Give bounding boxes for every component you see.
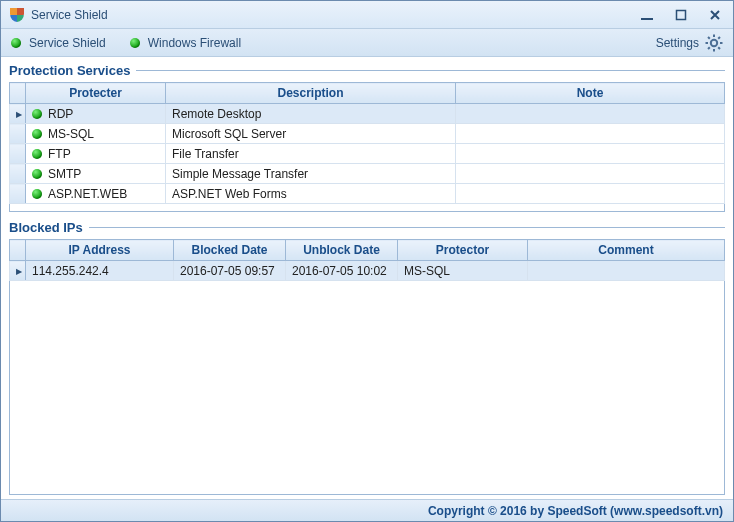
row-handle-header: [10, 240, 26, 261]
status-bar: Copyright © 2016 by SpeedSoft (www.speed…: [1, 499, 733, 521]
col-unblock-date[interactable]: Unblock Date: [286, 240, 398, 261]
cell-description[interactable]: Remote Desktop: [166, 104, 456, 124]
cell-protecter[interactable]: MS-SQL: [26, 124, 166, 144]
cell-unblock-date[interactable]: 2016-07-05 10:02: [286, 261, 398, 281]
col-protecter[interactable]: Protecter: [26, 83, 166, 104]
protection-services-group: Protection Services Protecter Descriptio…: [9, 63, 725, 212]
svg-rect-0: [641, 18, 653, 20]
svg-point-2: [711, 39, 717, 45]
copyright-text: Copyright © 2016 by SpeedSoft (www.speed…: [428, 504, 723, 518]
divider: [136, 70, 725, 71]
row-handle[interactable]: [10, 164, 26, 184]
row-handle[interactable]: [10, 124, 26, 144]
protection-grid[interactable]: Protecter Description Note RDPRemote Des…: [9, 82, 725, 204]
row-handle[interactable]: [10, 261, 26, 281]
status-dot-icon: [130, 38, 140, 48]
settings-link[interactable]: Settings: [656, 36, 699, 50]
cell-note[interactable]: [456, 104, 725, 124]
group-title: Blocked IPs: [9, 220, 83, 235]
row-handle-header: [10, 83, 26, 104]
col-comment[interactable]: Comment: [528, 240, 725, 261]
protecter-name: RDP: [48, 107, 73, 121]
maximize-button[interactable]: [671, 7, 691, 23]
table-row[interactable]: FTPFile Transfer: [10, 144, 725, 164]
status-dot-icon: [32, 129, 42, 139]
window-title: Service Shield: [31, 8, 637, 22]
cell-note[interactable]: [456, 124, 725, 144]
status-dot-icon: [32, 189, 42, 199]
cell-comment[interactable]: [528, 261, 725, 281]
grid-body-space: [9, 281, 725, 495]
row-handle[interactable]: [10, 144, 26, 164]
col-note[interactable]: Note: [456, 83, 725, 104]
row-handle[interactable]: [10, 184, 26, 204]
cell-protecter[interactable]: ASP.NET.WEB: [26, 184, 166, 204]
status-dot-icon: [11, 38, 21, 48]
window-controls: [637, 7, 725, 23]
cell-protecter[interactable]: SMTP: [26, 164, 166, 184]
gear-icon[interactable]: [705, 34, 723, 52]
status-dot-icon: [32, 149, 42, 159]
group-title: Protection Services: [9, 63, 130, 78]
col-ip[interactable]: IP Address: [26, 240, 174, 261]
minimize-button[interactable]: [637, 7, 657, 23]
toolbar-item-service-shield[interactable]: Service Shield: [11, 36, 106, 50]
app-icon: [9, 7, 25, 23]
status-dot-icon: [32, 169, 42, 179]
title-bar: Service Shield: [1, 1, 733, 29]
protecter-name: FTP: [48, 147, 71, 161]
close-button[interactable]: [705, 7, 725, 23]
cell-description[interactable]: Simple Message Transfer: [166, 164, 456, 184]
blocked-grid[interactable]: IP Address Blocked Date Unblock Date Pro…: [9, 239, 725, 281]
status-dot-icon: [32, 109, 42, 119]
cell-blocked-date[interactable]: 2016-07-05 09:57: [174, 261, 286, 281]
cell-note[interactable]: [456, 164, 725, 184]
toolbar: Service Shield Windows Firewall Settings: [1, 29, 733, 57]
cell-description[interactable]: ASP.NET Web Forms: [166, 184, 456, 204]
svg-line-7: [708, 37, 710, 39]
svg-line-8: [718, 47, 720, 49]
divider: [89, 227, 725, 228]
cell-ip[interactable]: 114.255.242.4: [26, 261, 174, 281]
cell-protecter[interactable]: RDP: [26, 104, 166, 124]
toolbar-item-windows-firewall[interactable]: Windows Firewall: [130, 36, 241, 50]
cell-protector[interactable]: MS-SQL: [398, 261, 528, 281]
table-row[interactable]: 114.255.242.42016-07-05 09:572016-07-05 …: [10, 261, 725, 281]
row-handle[interactable]: [10, 104, 26, 124]
cell-description[interactable]: Microsoft SQL Server: [166, 124, 456, 144]
table-row[interactable]: RDPRemote Desktop: [10, 104, 725, 124]
table-row[interactable]: MS-SQLMicrosoft SQL Server: [10, 124, 725, 144]
protecter-name: ASP.NET.WEB: [48, 187, 127, 201]
cell-note[interactable]: [456, 144, 725, 164]
col-protector[interactable]: Protector: [398, 240, 528, 261]
cell-note[interactable]: [456, 184, 725, 204]
protecter-name: MS-SQL: [48, 127, 94, 141]
svg-line-9: [708, 47, 710, 49]
col-blocked-date[interactable]: Blocked Date: [174, 240, 286, 261]
grid-footer-space: [9, 204, 725, 212]
blocked-ips-group: Blocked IPs IP Address Blocked Date Unbl…: [9, 220, 725, 495]
col-description[interactable]: Description: [166, 83, 456, 104]
toolbar-label: Windows Firewall: [148, 36, 241, 50]
svg-line-10: [718, 37, 720, 39]
cell-protecter[interactable]: FTP: [26, 144, 166, 164]
protecter-name: SMTP: [48, 167, 81, 181]
table-row[interactable]: SMTPSimple Message Transfer: [10, 164, 725, 184]
table-row[interactable]: ASP.NET.WEBASP.NET Web Forms: [10, 184, 725, 204]
svg-rect-1: [677, 10, 686, 19]
toolbar-label: Service Shield: [29, 36, 106, 50]
cell-description[interactable]: File Transfer: [166, 144, 456, 164]
